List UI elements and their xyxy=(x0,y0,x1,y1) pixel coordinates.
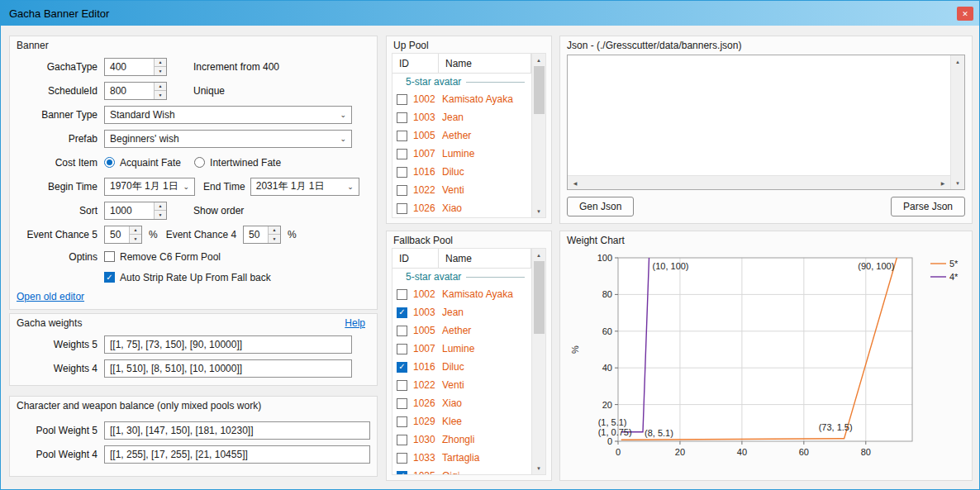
column-header-name[interactable]: Name xyxy=(439,54,531,73)
column-header-name[interactable]: Name xyxy=(439,249,531,268)
event-chance-5-stepper[interactable]: ▲ ▼ xyxy=(129,226,141,243)
remove-c6-checkbox[interactable] xyxy=(104,251,115,262)
gachatype-input[interactable]: 400 ▲ ▼ xyxy=(104,58,167,76)
row-checkbox[interactable] xyxy=(397,185,407,196)
pool-row[interactable]: 1002Kamisato Ayaka xyxy=(392,285,531,303)
prefab-select[interactable]: Beginners' wish ⌄ xyxy=(104,130,352,148)
spin-up-icon[interactable]: ▲ xyxy=(269,226,280,235)
up-pool-scrollbar[interactable]: ▲ ▼ xyxy=(531,54,545,217)
scroll-right-icon[interactable]: ▶ xyxy=(938,176,948,189)
pool-row[interactable]: 1005Aether xyxy=(392,321,531,340)
spin-down-icon[interactable]: ▼ xyxy=(155,210,166,219)
row-checkbox[interactable] xyxy=(397,94,407,105)
begin-time-picker[interactable]: 1970年 1月 1日 ⌄ xyxy=(104,178,195,196)
row-checkbox[interactable] xyxy=(397,453,407,464)
scroll-down-icon[interactable]: ▼ xyxy=(532,462,545,474)
spin-down-icon[interactable]: ▼ xyxy=(155,66,166,75)
row-checkbox[interactable] xyxy=(397,149,407,159)
spin-up-icon[interactable]: ▲ xyxy=(130,226,141,235)
event-chance-5-value[interactable]: 50 xyxy=(105,226,129,243)
help-link[interactable]: Help xyxy=(345,317,365,329)
spin-up-icon[interactable]: ▲ xyxy=(155,202,166,211)
spin-down-icon[interactable]: ▼ xyxy=(130,234,141,243)
pool-row[interactable]: 1002Kamisato Ayaka xyxy=(392,90,531,108)
gachatype-stepper[interactable]: ▲ ▼ xyxy=(154,59,166,75)
pool-row[interactable]: 1026Xiao xyxy=(392,199,531,217)
pool-row[interactable]: 1003Jean xyxy=(392,303,531,321)
scrollbar-thumb[interactable] xyxy=(534,261,545,334)
pool-row[interactable]: 1029Klee xyxy=(392,412,531,431)
banner-type-select[interactable]: Standard Wish ⌄ xyxy=(104,106,352,124)
row-checkbox[interactable] xyxy=(397,362,407,373)
pool-weight5-input[interactable]: [[1, 30], [147, 150], [181, 10230]] xyxy=(104,421,370,440)
row-checkbox[interactable] xyxy=(397,344,407,354)
column-header-id[interactable]: ID xyxy=(392,249,439,268)
scrollbar-thumb[interactable] xyxy=(534,66,545,114)
auto-strip-label[interactable]: Auto Strip Rate Up From Fall back xyxy=(120,272,271,283)
json-textarea[interactable]: ◀ ▶ ▲ ▼ xyxy=(567,55,965,190)
scroll-up-icon[interactable]: ▲ xyxy=(951,55,964,68)
pool-row[interactable]: 1016Diluc xyxy=(392,163,531,181)
pool-row[interactable]: 1007Lumine xyxy=(392,340,531,358)
row-checkbox[interactable] xyxy=(397,398,407,409)
close-button[interactable]: ✕ xyxy=(957,7,973,21)
row-checkbox[interactable] xyxy=(397,326,407,336)
fallback-pool-scrollbar[interactable]: ▲ ▼ xyxy=(531,249,545,474)
row-checkbox[interactable] xyxy=(397,203,407,214)
pool-row[interactable]: 1035Qiqi xyxy=(392,467,531,474)
row-checkbox[interactable] xyxy=(397,131,407,141)
weights4-input[interactable]: [[1, 510], [8, 510], [10, 10000]] xyxy=(104,359,352,378)
sort-input[interactable]: 1000 ▲ ▼ xyxy=(104,202,167,220)
row-checkbox[interactable] xyxy=(397,416,407,427)
scheduleid-input[interactable]: 800 ▲ ▼ xyxy=(104,82,167,100)
acquaint-fate-radio[interactable] xyxy=(104,157,115,168)
scroll-up-icon[interactable]: ▲ xyxy=(532,249,545,261)
row-checkbox[interactable] xyxy=(397,289,407,300)
scheduleid-stepper[interactable]: ▲ ▼ xyxy=(154,83,166,99)
pool-row[interactable]: 1022Venti xyxy=(392,181,531,199)
pool-weight4-input[interactable]: [[1, 255], [17, 255], [21, 10455]] xyxy=(104,445,370,464)
json-h-scrollbar[interactable]: ◀ ▶ xyxy=(568,175,950,189)
json-content[interactable] xyxy=(568,55,950,175)
spin-down-icon[interactable]: ▼ xyxy=(155,90,166,99)
pool-row[interactable]: 1016Diluc xyxy=(392,358,531,376)
row-checkbox[interactable] xyxy=(397,112,407,123)
row-checkbox[interactable] xyxy=(397,167,407,178)
intertwined-fate-radio[interactable] xyxy=(194,157,205,168)
scroll-left-icon[interactable]: ◀ xyxy=(570,176,580,189)
scheduleid-value[interactable]: 800 xyxy=(105,83,154,99)
pool-row[interactable]: 1033Tartaglia xyxy=(392,449,531,467)
scroll-down-icon[interactable]: ▼ xyxy=(532,205,545,217)
row-checkbox[interactable] xyxy=(397,307,407,318)
gachatype-value[interactable]: 400 xyxy=(105,59,154,75)
spin-up-icon[interactable]: ▲ xyxy=(155,83,166,91)
pool-row[interactable]: 1003Jean xyxy=(392,108,531,126)
gen-json-button[interactable]: Gen Json xyxy=(567,197,634,216)
parse-json-button[interactable]: Parse Json xyxy=(891,197,965,216)
sort-value[interactable]: 1000 xyxy=(105,202,154,219)
event-chance-4-input[interactable]: 50 ▲ ▼ xyxy=(243,226,281,244)
weights5-input[interactable]: [[1, 75], [73, 150], [90, 10000]] xyxy=(104,335,352,354)
scroll-up-icon[interactable]: ▲ xyxy=(532,54,545,66)
row-checkbox[interactable] xyxy=(397,380,407,391)
spin-up-icon[interactable]: ▲ xyxy=(155,59,166,67)
scroll-down-icon[interactable]: ▼ xyxy=(951,177,964,189)
pool-row[interactable]: 1022Venti xyxy=(392,376,531,394)
pool-row[interactable]: 1030Zhongli xyxy=(392,431,531,449)
row-checkbox[interactable] xyxy=(397,435,407,445)
pool-row[interactable]: 1026Xiao xyxy=(392,394,531,412)
titlebar[interactable]: Gacha Banner Editor ✕ xyxy=(1,1,979,26)
spin-down-icon[interactable]: ▼ xyxy=(269,234,280,243)
acquaint-fate-label[interactable]: Acquaint Fate xyxy=(120,157,181,169)
column-header-id[interactable]: ID xyxy=(392,54,439,73)
event-chance-5-input[interactable]: 50 ▲ ▼ xyxy=(104,226,142,244)
sort-stepper[interactable]: ▲ ▼ xyxy=(154,202,166,219)
intertwined-fate-label[interactable]: Intertwined Fate xyxy=(210,157,281,169)
auto-strip-checkbox[interactable] xyxy=(104,272,115,283)
remove-c6-label[interactable]: Remove C6 Form Pool xyxy=(120,251,221,263)
pool-row[interactable]: 1007Lumine xyxy=(392,145,531,163)
event-chance-4-stepper[interactable]: ▲ ▼ xyxy=(268,226,280,243)
end-time-picker[interactable]: 2031年 1月 1日 ⌄ xyxy=(250,178,359,196)
pool-row[interactable]: 1005Aether xyxy=(392,126,531,145)
row-checkbox[interactable] xyxy=(397,471,407,475)
